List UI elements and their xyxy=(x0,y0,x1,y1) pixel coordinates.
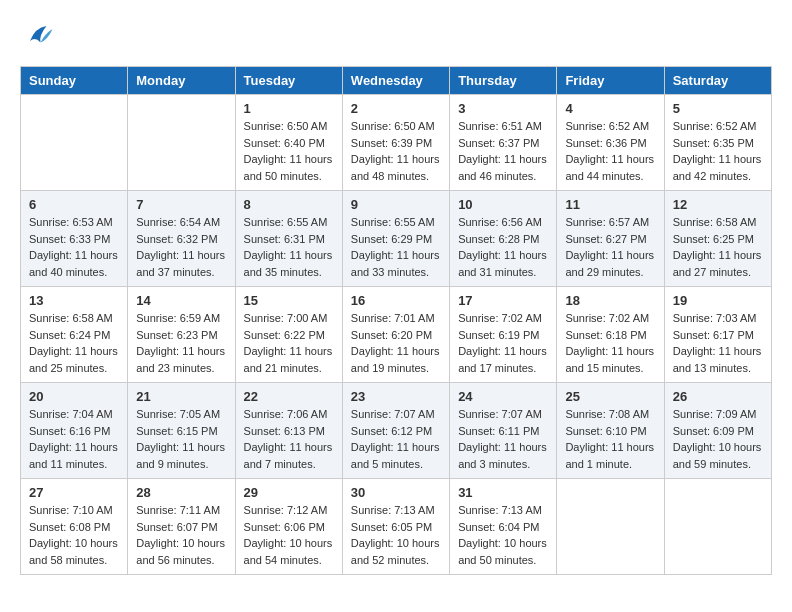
logo xyxy=(20,20,54,50)
weekday-header: Sunday xyxy=(21,67,128,95)
day-info: Sunrise: 7:10 AMSunset: 6:08 PMDaylight:… xyxy=(29,502,119,568)
calendar-cell: 15Sunrise: 7:00 AMSunset: 6:22 PMDayligh… xyxy=(235,287,342,383)
calendar-cell: 16Sunrise: 7:01 AMSunset: 6:20 PMDayligh… xyxy=(342,287,449,383)
day-number: 15 xyxy=(244,293,334,308)
day-number: 3 xyxy=(458,101,548,116)
weekday-header: Tuesday xyxy=(235,67,342,95)
weekday-header: Thursday xyxy=(450,67,557,95)
day-info: Sunrise: 6:52 AMSunset: 6:36 PMDaylight:… xyxy=(565,118,655,184)
calendar-cell: 5Sunrise: 6:52 AMSunset: 6:35 PMDaylight… xyxy=(664,95,771,191)
calendar-cell: 2Sunrise: 6:50 AMSunset: 6:39 PMDaylight… xyxy=(342,95,449,191)
day-info: Sunrise: 7:02 AMSunset: 6:19 PMDaylight:… xyxy=(458,310,548,376)
day-number: 21 xyxy=(136,389,226,404)
calendar-header: SundayMondayTuesdayWednesdayThursdayFrid… xyxy=(21,67,772,95)
calendar-cell: 7Sunrise: 6:54 AMSunset: 6:32 PMDaylight… xyxy=(128,191,235,287)
calendar-cell: 20Sunrise: 7:04 AMSunset: 6:16 PMDayligh… xyxy=(21,383,128,479)
weekday-header: Monday xyxy=(128,67,235,95)
day-info: Sunrise: 6:53 AMSunset: 6:33 PMDaylight:… xyxy=(29,214,119,280)
calendar-cell: 17Sunrise: 7:02 AMSunset: 6:19 PMDayligh… xyxy=(450,287,557,383)
calendar-cell: 31Sunrise: 7:13 AMSunset: 6:04 PMDayligh… xyxy=(450,479,557,575)
calendar-cell: 21Sunrise: 7:05 AMSunset: 6:15 PMDayligh… xyxy=(128,383,235,479)
day-number: 17 xyxy=(458,293,548,308)
calendar-cell: 1Sunrise: 6:50 AMSunset: 6:40 PMDaylight… xyxy=(235,95,342,191)
calendar-cell: 29Sunrise: 7:12 AMSunset: 6:06 PMDayligh… xyxy=(235,479,342,575)
calendar-cell: 9Sunrise: 6:55 AMSunset: 6:29 PMDaylight… xyxy=(342,191,449,287)
weekday-header: Friday xyxy=(557,67,664,95)
calendar-cell xyxy=(128,95,235,191)
day-number: 20 xyxy=(29,389,119,404)
day-number: 12 xyxy=(673,197,763,212)
day-info: Sunrise: 7:05 AMSunset: 6:15 PMDaylight:… xyxy=(136,406,226,472)
day-info: Sunrise: 6:57 AMSunset: 6:27 PMDaylight:… xyxy=(565,214,655,280)
day-number: 26 xyxy=(673,389,763,404)
calendar-cell: 14Sunrise: 6:59 AMSunset: 6:23 PMDayligh… xyxy=(128,287,235,383)
day-info: Sunrise: 6:59 AMSunset: 6:23 PMDaylight:… xyxy=(136,310,226,376)
calendar-cell: 6Sunrise: 6:53 AMSunset: 6:33 PMDaylight… xyxy=(21,191,128,287)
calendar-cell: 19Sunrise: 7:03 AMSunset: 6:17 PMDayligh… xyxy=(664,287,771,383)
calendar-cell xyxy=(21,95,128,191)
day-info: Sunrise: 6:55 AMSunset: 6:31 PMDaylight:… xyxy=(244,214,334,280)
day-info: Sunrise: 6:55 AMSunset: 6:29 PMDaylight:… xyxy=(351,214,441,280)
day-info: Sunrise: 7:13 AMSunset: 6:04 PMDaylight:… xyxy=(458,502,548,568)
day-info: Sunrise: 6:51 AMSunset: 6:37 PMDaylight:… xyxy=(458,118,548,184)
calendar-week-row: 13Sunrise: 6:58 AMSunset: 6:24 PMDayligh… xyxy=(21,287,772,383)
day-info: Sunrise: 7:09 AMSunset: 6:09 PMDaylight:… xyxy=(673,406,763,472)
calendar-cell: 24Sunrise: 7:07 AMSunset: 6:11 PMDayligh… xyxy=(450,383,557,479)
day-number: 2 xyxy=(351,101,441,116)
day-info: Sunrise: 6:54 AMSunset: 6:32 PMDaylight:… xyxy=(136,214,226,280)
calendar-cell: 11Sunrise: 6:57 AMSunset: 6:27 PMDayligh… xyxy=(557,191,664,287)
weekday-row: SundayMondayTuesdayWednesdayThursdayFrid… xyxy=(21,67,772,95)
page-header xyxy=(20,20,772,50)
day-info: Sunrise: 7:11 AMSunset: 6:07 PMDaylight:… xyxy=(136,502,226,568)
day-number: 6 xyxy=(29,197,119,212)
day-number: 14 xyxy=(136,293,226,308)
calendar-week-row: 1Sunrise: 6:50 AMSunset: 6:40 PMDaylight… xyxy=(21,95,772,191)
day-number: 31 xyxy=(458,485,548,500)
calendar-cell: 3Sunrise: 6:51 AMSunset: 6:37 PMDaylight… xyxy=(450,95,557,191)
calendar-week-row: 20Sunrise: 7:04 AMSunset: 6:16 PMDayligh… xyxy=(21,383,772,479)
calendar-cell: 30Sunrise: 7:13 AMSunset: 6:05 PMDayligh… xyxy=(342,479,449,575)
day-info: Sunrise: 7:03 AMSunset: 6:17 PMDaylight:… xyxy=(673,310,763,376)
day-number: 11 xyxy=(565,197,655,212)
calendar-cell: 4Sunrise: 6:52 AMSunset: 6:36 PMDaylight… xyxy=(557,95,664,191)
weekday-header: Wednesday xyxy=(342,67,449,95)
calendar-cell: 10Sunrise: 6:56 AMSunset: 6:28 PMDayligh… xyxy=(450,191,557,287)
day-number: 22 xyxy=(244,389,334,404)
day-info: Sunrise: 6:50 AMSunset: 6:40 PMDaylight:… xyxy=(244,118,334,184)
calendar-cell: 25Sunrise: 7:08 AMSunset: 6:10 PMDayligh… xyxy=(557,383,664,479)
calendar-table: SundayMondayTuesdayWednesdayThursdayFrid… xyxy=(20,66,772,575)
day-number: 28 xyxy=(136,485,226,500)
day-number: 13 xyxy=(29,293,119,308)
calendar-body: 1Sunrise: 6:50 AMSunset: 6:40 PMDaylight… xyxy=(21,95,772,575)
day-number: 7 xyxy=(136,197,226,212)
day-number: 16 xyxy=(351,293,441,308)
day-number: 29 xyxy=(244,485,334,500)
day-info: Sunrise: 7:02 AMSunset: 6:18 PMDaylight:… xyxy=(565,310,655,376)
day-info: Sunrise: 7:08 AMSunset: 6:10 PMDaylight:… xyxy=(565,406,655,472)
day-info: Sunrise: 7:06 AMSunset: 6:13 PMDaylight:… xyxy=(244,406,334,472)
day-number: 1 xyxy=(244,101,334,116)
day-info: Sunrise: 7:13 AMSunset: 6:05 PMDaylight:… xyxy=(351,502,441,568)
day-info: Sunrise: 6:58 AMSunset: 6:24 PMDaylight:… xyxy=(29,310,119,376)
day-number: 27 xyxy=(29,485,119,500)
calendar-cell: 26Sunrise: 7:09 AMSunset: 6:09 PMDayligh… xyxy=(664,383,771,479)
calendar-cell: 22Sunrise: 7:06 AMSunset: 6:13 PMDayligh… xyxy=(235,383,342,479)
calendar-cell: 18Sunrise: 7:02 AMSunset: 6:18 PMDayligh… xyxy=(557,287,664,383)
day-info: Sunrise: 7:12 AMSunset: 6:06 PMDaylight:… xyxy=(244,502,334,568)
day-info: Sunrise: 7:07 AMSunset: 6:11 PMDaylight:… xyxy=(458,406,548,472)
day-info: Sunrise: 6:58 AMSunset: 6:25 PMDaylight:… xyxy=(673,214,763,280)
day-number: 4 xyxy=(565,101,655,116)
day-info: Sunrise: 7:07 AMSunset: 6:12 PMDaylight:… xyxy=(351,406,441,472)
calendar-cell: 27Sunrise: 7:10 AMSunset: 6:08 PMDayligh… xyxy=(21,479,128,575)
day-number: 5 xyxy=(673,101,763,116)
day-number: 25 xyxy=(565,389,655,404)
day-info: Sunrise: 6:52 AMSunset: 6:35 PMDaylight:… xyxy=(673,118,763,184)
day-number: 19 xyxy=(673,293,763,308)
day-info: Sunrise: 7:00 AMSunset: 6:22 PMDaylight:… xyxy=(244,310,334,376)
calendar-cell: 23Sunrise: 7:07 AMSunset: 6:12 PMDayligh… xyxy=(342,383,449,479)
day-info: Sunrise: 6:56 AMSunset: 6:28 PMDaylight:… xyxy=(458,214,548,280)
calendar-cell xyxy=(557,479,664,575)
calendar-cell: 8Sunrise: 6:55 AMSunset: 6:31 PMDaylight… xyxy=(235,191,342,287)
calendar-week-row: 6Sunrise: 6:53 AMSunset: 6:33 PMDaylight… xyxy=(21,191,772,287)
calendar-cell: 12Sunrise: 6:58 AMSunset: 6:25 PMDayligh… xyxy=(664,191,771,287)
